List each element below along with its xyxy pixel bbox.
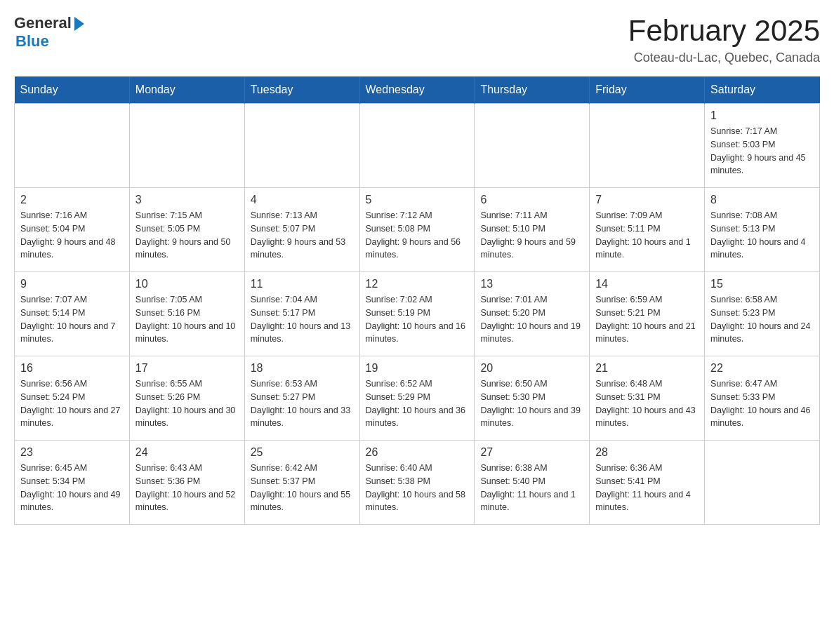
page-header: General Blue February 2025 Coteau-du-Lac… [14, 14, 820, 65]
calendar-cell: 13Sunrise: 7:01 AMSunset: 5:20 PMDayligh… [475, 272, 590, 356]
header-saturday: Saturday [705, 76, 820, 104]
calendar-cell: 7Sunrise: 7:09 AMSunset: 5:11 PMDaylight… [590, 188, 705, 272]
day-number: 12 [366, 278, 469, 290]
header-row: Sunday Monday Tuesday Wednesday Thursday… [15, 76, 820, 104]
calendar-cell: 9Sunrise: 7:07 AMSunset: 5:14 PMDaylight… [15, 272, 130, 356]
day-number: 19 [366, 362, 469, 375]
logo: General Blue [14, 14, 84, 51]
calendar-cell [15, 104, 130, 188]
calendar-week-3: 9Sunrise: 7:07 AMSunset: 5:14 PMDaylight… [15, 272, 820, 356]
calendar-cell: 12Sunrise: 7:02 AMSunset: 5:19 PMDayligh… [359, 272, 475, 356]
calendar-cell: 23Sunrise: 6:45 AMSunset: 5:34 PMDayligh… [15, 441, 130, 525]
day-info: Sunrise: 7:04 AMSunset: 5:17 PMDaylight:… [251, 293, 354, 346]
calendar-cell [590, 104, 705, 188]
day-number: 24 [135, 446, 239, 459]
day-number: 15 [710, 278, 814, 290]
day-info: Sunrise: 7:02 AMSunset: 5:19 PMDaylight:… [366, 293, 469, 346]
day-info: Sunrise: 6:52 AMSunset: 5:29 PMDaylight:… [366, 377, 469, 430]
calendar-cell: 25Sunrise: 6:42 AMSunset: 5:37 PMDayligh… [244, 441, 359, 525]
day-number: 27 [480, 446, 583, 459]
calendar-cell: 1Sunrise: 7:17 AMSunset: 5:03 PMDaylight… [705, 104, 820, 188]
day-number: 28 [595, 446, 699, 459]
day-number: 6 [480, 194, 583, 206]
header-thursday: Thursday [475, 76, 590, 104]
logo-arrow-icon [74, 17, 84, 31]
day-info: Sunrise: 7:17 AMSunset: 5:03 PMDaylight:… [710, 125, 814, 177]
header-monday: Monday [129, 76, 244, 104]
calendar-cell [359, 104, 475, 188]
day-number: 16 [20, 362, 124, 375]
calendar-body: 1Sunrise: 7:17 AMSunset: 5:03 PMDaylight… [15, 104, 820, 525]
location-subtitle: Coteau-du-Lac, Quebec, Canada [628, 51, 820, 65]
calendar-cell: 17Sunrise: 6:55 AMSunset: 5:26 PMDayligh… [129, 356, 244, 441]
calendar-cell: 24Sunrise: 6:43 AMSunset: 5:36 PMDayligh… [129, 441, 244, 525]
calendar-table: Sunday Monday Tuesday Wednesday Thursday… [14, 76, 820, 525]
calendar-cell: 28Sunrise: 6:36 AMSunset: 5:41 PMDayligh… [590, 441, 705, 525]
day-number: 8 [710, 194, 814, 206]
calendar-cell: 27Sunrise: 6:38 AMSunset: 5:40 PMDayligh… [475, 441, 590, 525]
calendar-cell: 2Sunrise: 7:16 AMSunset: 5:04 PMDaylight… [15, 188, 130, 272]
day-number: 10 [135, 278, 239, 290]
calendar-header: Sunday Monday Tuesday Wednesday Thursday… [15, 76, 820, 104]
day-number: 20 [480, 362, 583, 375]
calendar-cell: 11Sunrise: 7:04 AMSunset: 5:17 PMDayligh… [244, 272, 359, 356]
day-info: Sunrise: 6:42 AMSunset: 5:37 PMDaylight:… [251, 462, 354, 514]
day-number: 9 [20, 278, 124, 290]
day-info: Sunrise: 6:56 AMSunset: 5:24 PMDaylight:… [20, 377, 124, 430]
day-info: Sunrise: 6:38 AMSunset: 5:40 PMDaylight:… [480, 462, 583, 514]
day-info: Sunrise: 7:15 AMSunset: 5:05 PMDaylight:… [135, 209, 239, 262]
day-info: Sunrise: 6:40 AMSunset: 5:38 PMDaylight:… [366, 462, 469, 514]
calendar-cell: 3Sunrise: 7:15 AMSunset: 5:05 PMDaylight… [129, 188, 244, 272]
header-tuesday: Tuesday [244, 76, 359, 104]
calendar-cell [705, 441, 820, 525]
day-number: 18 [251, 362, 354, 375]
calendar-cell: 14Sunrise: 6:59 AMSunset: 5:21 PMDayligh… [590, 272, 705, 356]
calendar-week-4: 16Sunrise: 6:56 AMSunset: 5:24 PMDayligh… [15, 356, 820, 441]
day-info: Sunrise: 6:59 AMSunset: 5:21 PMDaylight:… [595, 293, 699, 346]
day-info: Sunrise: 7:11 AMSunset: 5:10 PMDaylight:… [480, 209, 583, 262]
day-info: Sunrise: 6:36 AMSunset: 5:41 PMDaylight:… [595, 462, 699, 514]
calendar-cell: 22Sunrise: 6:47 AMSunset: 5:33 PMDayligh… [705, 356, 820, 441]
day-info: Sunrise: 6:58 AMSunset: 5:23 PMDaylight:… [710, 293, 814, 346]
calendar-cell: 21Sunrise: 6:48 AMSunset: 5:31 PMDayligh… [590, 356, 705, 441]
calendar-cell: 8Sunrise: 7:08 AMSunset: 5:13 PMDaylight… [705, 188, 820, 272]
header-wednesday: Wednesday [359, 76, 475, 104]
day-number: 26 [366, 446, 469, 459]
day-info: Sunrise: 7:05 AMSunset: 5:16 PMDaylight:… [135, 293, 239, 346]
day-info: Sunrise: 7:13 AMSunset: 5:07 PMDaylight:… [251, 209, 354, 262]
calendar-cell: 15Sunrise: 6:58 AMSunset: 5:23 PMDayligh… [705, 272, 820, 356]
day-number: 14 [595, 278, 699, 290]
day-info: Sunrise: 7:08 AMSunset: 5:13 PMDaylight:… [710, 209, 814, 262]
calendar-week-2: 2Sunrise: 7:16 AMSunset: 5:04 PMDaylight… [15, 188, 820, 272]
logo-general-text: General [14, 14, 72, 32]
day-info: Sunrise: 6:55 AMSunset: 5:26 PMDaylight:… [135, 377, 239, 430]
day-number: 13 [480, 278, 583, 290]
day-info: Sunrise: 6:48 AMSunset: 5:31 PMDaylight:… [595, 377, 699, 430]
calendar-cell: 16Sunrise: 6:56 AMSunset: 5:24 PMDayligh… [15, 356, 130, 441]
day-info: Sunrise: 7:09 AMSunset: 5:11 PMDaylight:… [595, 209, 699, 262]
day-info: Sunrise: 7:01 AMSunset: 5:20 PMDaylight:… [480, 293, 583, 346]
title-section: February 2025 Coteau-du-Lac, Quebec, Can… [628, 14, 820, 65]
day-number: 2 [20, 194, 124, 206]
day-number: 1 [710, 109, 814, 122]
day-info: Sunrise: 6:45 AMSunset: 5:34 PMDaylight:… [20, 462, 124, 514]
calendar-cell [475, 104, 590, 188]
calendar-cell: 4Sunrise: 7:13 AMSunset: 5:07 PMDaylight… [244, 188, 359, 272]
day-number: 22 [710, 362, 814, 375]
calendar-week-5: 23Sunrise: 6:45 AMSunset: 5:34 PMDayligh… [15, 441, 820, 525]
day-info: Sunrise: 6:43 AMSunset: 5:36 PMDaylight:… [135, 462, 239, 514]
day-number: 7 [595, 194, 699, 206]
day-info: Sunrise: 6:47 AMSunset: 5:33 PMDaylight:… [710, 377, 814, 430]
calendar-week-1: 1Sunrise: 7:17 AMSunset: 5:03 PMDaylight… [15, 104, 820, 188]
day-info: Sunrise: 7:16 AMSunset: 5:04 PMDaylight:… [20, 209, 124, 262]
header-friday: Friday [590, 76, 705, 104]
header-sunday: Sunday [15, 76, 130, 104]
calendar-cell: 18Sunrise: 6:53 AMSunset: 5:27 PMDayligh… [244, 356, 359, 441]
calendar-cell: 26Sunrise: 6:40 AMSunset: 5:38 PMDayligh… [359, 441, 475, 525]
calendar-cell [129, 104, 244, 188]
day-number: 5 [366, 194, 469, 206]
day-info: Sunrise: 6:53 AMSunset: 5:27 PMDaylight:… [251, 377, 354, 430]
day-number: 11 [251, 278, 354, 290]
calendar-title: February 2025 [628, 14, 820, 48]
calendar-cell: 19Sunrise: 6:52 AMSunset: 5:29 PMDayligh… [359, 356, 475, 441]
